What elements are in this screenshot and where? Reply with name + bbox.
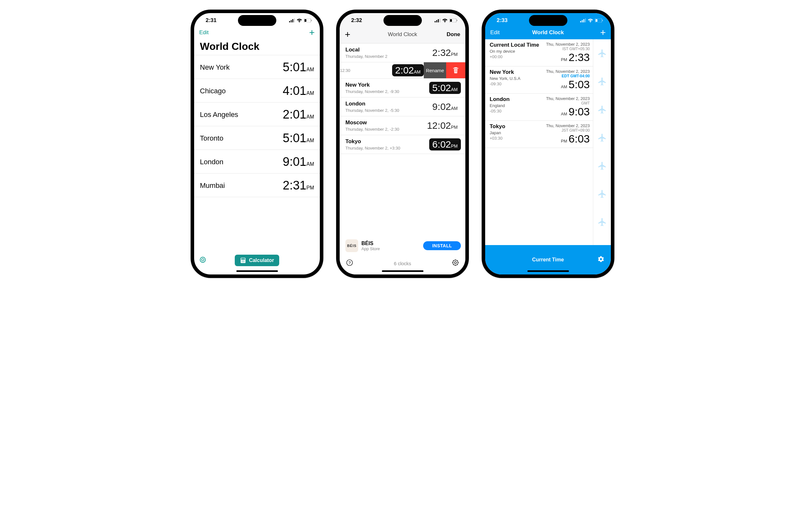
phone-1: 2:31 Edit + World Clock New York 5:01AMC… — [190, 10, 323, 278]
plane-icon[interactable] — [593, 208, 611, 236]
plane-icon[interactable] — [593, 39, 611, 68]
clock-list[interactable]: New York 5:01AMChicago 4:01AMLos Angeles… — [194, 55, 320, 274]
clock-row[interactable]: LocalThursday, November 2 2:32PM — [340, 43, 465, 62]
city-region: England — [490, 103, 510, 108]
install-button[interactable]: INSTALL — [423, 241, 461, 250]
city-region: Japan — [490, 130, 505, 135]
clock-row[interactable]: Tokyo Japan +03:30 Thu, November 2, 2023… — [485, 121, 593, 148]
settings-icon[interactable] — [199, 256, 206, 265]
city-name: Moscow — [345, 119, 399, 126]
home-indicator[interactable] — [382, 270, 423, 272]
svg-rect-5 — [305, 19, 306, 22]
clock-row[interactable]: MoscowThursday, November 2, -2:30 12:02P… — [340, 116, 465, 135]
add-button[interactable]: + — [345, 29, 360, 40]
clock-row-swiped[interactable]: 2, -12:30 2:02AM Rename — [340, 62, 465, 79]
svg-point-9 — [242, 261, 242, 261]
bottom-bar: ? 6 clocks — [340, 259, 465, 267]
tz-label: JST GMT+09:00 — [546, 128, 590, 133]
ampm: AM — [306, 138, 314, 143]
edit-button[interactable]: Edit — [199, 30, 214, 36]
clock-row[interactable]: Chicago 4:01AM — [194, 79, 320, 102]
add-button[interactable]: + — [300, 29, 315, 36]
city-name: Chicago — [200, 87, 226, 95]
svg-text:?: ? — [348, 261, 350, 265]
ampm: AM — [451, 87, 458, 92]
nav-bar: + World Clock Done — [340, 28, 465, 43]
clock-row[interactable]: Current Local Time On my device +00:00 T… — [485, 39, 593, 66]
tz-label: GMT — [546, 101, 590, 106]
clock-row[interactable]: London 9:01AM — [194, 150, 320, 173]
settings-icon[interactable] — [598, 255, 604, 264]
edit-button[interactable]: Edit — [490, 30, 505, 36]
clock-row[interactable]: TokyoThursday, November 2, +3:30 6:02PM — [340, 135, 465, 154]
plane-icon[interactable] — [593, 180, 611, 208]
time-value: 5:01 — [283, 60, 306, 74]
clock-row[interactable]: Mumbai 2:31PM — [194, 173, 320, 197]
svg-rect-2 — [292, 19, 293, 22]
svg-rect-15 — [435, 21, 436, 22]
help-icon[interactable]: ? — [346, 259, 353, 267]
add-button[interactable]: + — [591, 29, 606, 36]
nav-bar: Edit World Clock + — [485, 28, 611, 39]
notch — [383, 15, 422, 26]
ampm: AM — [451, 106, 458, 111]
svg-point-14 — [244, 261, 245, 262]
delete-button[interactable] — [446, 62, 465, 78]
wifi-icon — [442, 19, 448, 22]
city-offset: -05:30 — [490, 109, 510, 113]
clock-row[interactable]: New York New York, U.S.A -09:30 Thu, Nov… — [485, 66, 593, 94]
plane-icon[interactable] — [593, 68, 611, 96]
time-value: 2:33 — [569, 51, 590, 63]
clock-row[interactable]: London England -05:30 Thu, November 2, 2… — [485, 94, 593, 121]
clock-row[interactable]: Los Angeles 2:01AM — [194, 102, 320, 126]
time-value: 6:03 — [569, 133, 590, 145]
phone-3: 2:33 Edit World Clock + Current Local Ti… — [482, 10, 615, 278]
plane-icon[interactable] — [593, 152, 611, 180]
city-name: London — [200, 158, 223, 166]
ad-banner[interactable]: BÉIS BÉIS App Store INSTALL — [340, 237, 465, 255]
city-name: Local — [345, 46, 387, 53]
calculator-button[interactable]: Calculator — [235, 255, 279, 266]
clock-row[interactable]: New York 5:01AM — [194, 55, 320, 79]
svg-rect-17 — [438, 19, 439, 22]
status-time: 2:32 — [351, 17, 362, 24]
time-value: 2:01 — [283, 108, 306, 121]
svg-rect-32 — [602, 20, 603, 21]
plane-strip — [593, 39, 611, 274]
done-button[interactable]: Done — [445, 31, 460, 38]
battery-icon — [450, 19, 458, 22]
page-title: World Clock — [388, 31, 417, 38]
home-indicator[interactable] — [527, 270, 569, 272]
ampm: PM — [451, 125, 458, 130]
city-region: New York, U.S.A — [490, 76, 520, 81]
svg-point-11 — [244, 261, 245, 261]
battery-icon — [304, 19, 312, 22]
home-indicator[interactable] — [236, 270, 278, 272]
time-value: 2:02 — [395, 65, 414, 75]
ad-subtitle: App Store — [361, 246, 423, 251]
svg-rect-8 — [241, 258, 245, 260]
ampm: AM — [306, 162, 314, 167]
calculator-icon — [240, 257, 246, 264]
city-offset: -09:30 — [490, 81, 520, 86]
clock-count: 6 clocks — [394, 261, 411, 266]
clock-row[interactable]: Toronto 5:01AM — [194, 126, 320, 150]
settings-icon[interactable] — [452, 259, 459, 267]
page-title: World Clock — [194, 38, 320, 55]
footer-label[interactable]: Current Time — [532, 257, 564, 263]
city-name: Tokyo — [490, 124, 505, 130]
city-sub: Thursday, November 2, -5:30 — [345, 108, 399, 113]
plane-icon[interactable] — [593, 124, 611, 152]
svg-rect-18 — [439, 19, 440, 22]
date-label: Thu, November 2, 2023 — [546, 96, 590, 101]
status-icons — [580, 19, 603, 22]
city-sub: Thursday, November 2, +3:30 — [345, 146, 400, 151]
time-value: 6:02 — [433, 139, 451, 150]
clock-row[interactable]: LondonThursday, November 2, -5:30 9:02AM — [340, 97, 465, 116]
city-sub: Thursday, November 2 — [345, 54, 387, 59]
clock-list[interactable]: Current Local Time On my device +00:00 T… — [485, 39, 611, 274]
plane-icon[interactable] — [593, 96, 611, 124]
phone-2: 2:32 + World Clock Done LocalThursday, N… — [336, 10, 469, 278]
rename-button[interactable]: Rename — [424, 62, 446, 78]
clock-row[interactable]: New YorkThursday, November 2, -9:30 5:02… — [340, 79, 465, 97]
